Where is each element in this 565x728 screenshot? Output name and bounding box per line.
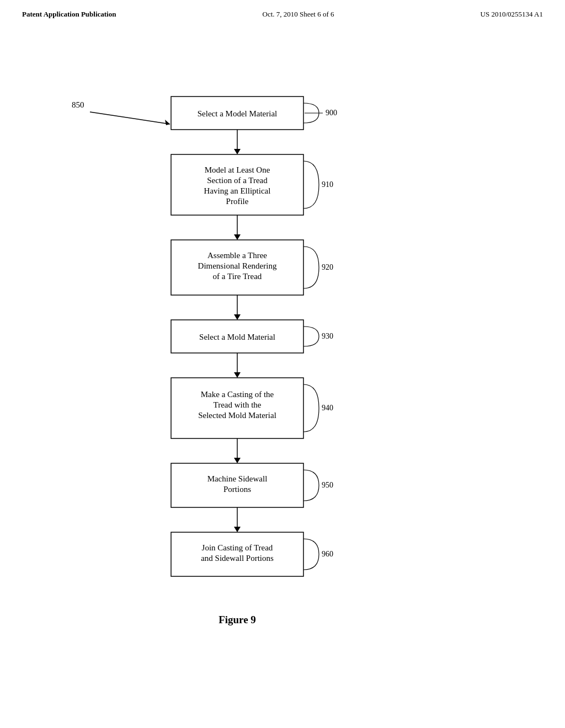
text-900: Select a Model Material — [198, 109, 278, 118]
header-right: US 2010/0255134 A1 — [481, 10, 543, 19]
svg-line-0 — [90, 112, 170, 124]
box-900 — [171, 97, 303, 130]
svg-marker-7 — [234, 314, 241, 320]
text-920a: Assemble a Three — [207, 251, 267, 260]
box-950 — [171, 463, 303, 507]
text-940a: Make a Casting of the — [201, 390, 274, 399]
text-950b: Portions — [223, 485, 251, 494]
svg-marker-5 — [234, 234, 241, 240]
svg-marker-3 — [234, 149, 241, 154]
svg-marker-9 — [234, 372, 241, 378]
box-940 — [171, 378, 303, 438]
ref-950: 950 — [322, 481, 333, 489]
box-910 — [171, 154, 303, 215]
text-920c: of a Tire Tread — [213, 272, 262, 281]
ref-900: 900 — [326, 109, 337, 117]
text-930: Select a Mold Material — [199, 333, 275, 341]
text-910c: Having an Elliptical — [204, 186, 271, 195]
text-910d: Profile — [226, 197, 249, 206]
label-850: 850 — [72, 100, 84, 109]
svg-marker-1 — [165, 120, 170, 125]
text-910a: Model at Least One — [205, 165, 270, 174]
ref-940: 940 — [322, 404, 333, 412]
header-left: Patent Application Publication — [22, 10, 116, 19]
header-center: Oct. 7, 2010 Sheet 6 of 6 — [263, 10, 334, 19]
text-960b: and Sidewall Portions — [201, 554, 274, 563]
ref-930: 930 — [322, 332, 333, 340]
diagram-svg: 850 Select a Model Material 900 Model at… — [0, 0, 565, 728]
box-920 — [171, 240, 303, 295]
text-960a: Join Casting of Tread — [202, 543, 273, 552]
ref-960: 960 — [322, 550, 333, 558]
ref-920: 920 — [322, 263, 333, 271]
svg-marker-13 — [234, 527, 241, 532]
text-910b: Section of a Tread — [207, 176, 268, 185]
text-950a: Machine Sidewall — [207, 474, 268, 483]
box-930 — [171, 320, 303, 353]
text-920b: Dimensional Rendering — [198, 261, 277, 270]
box-960 — [171, 532, 303, 576]
figure-caption: Figure 9 — [218, 614, 256, 625]
svg-marker-11 — [234, 458, 241, 463]
ref-910: 910 — [322, 180, 333, 189]
page-header: Patent Application Publication Oct. 7, 2… — [0, 0, 565, 24]
text-940c: Selected Mold Material — [198, 411, 276, 420]
text-940b: Tread with the — [214, 400, 262, 409]
